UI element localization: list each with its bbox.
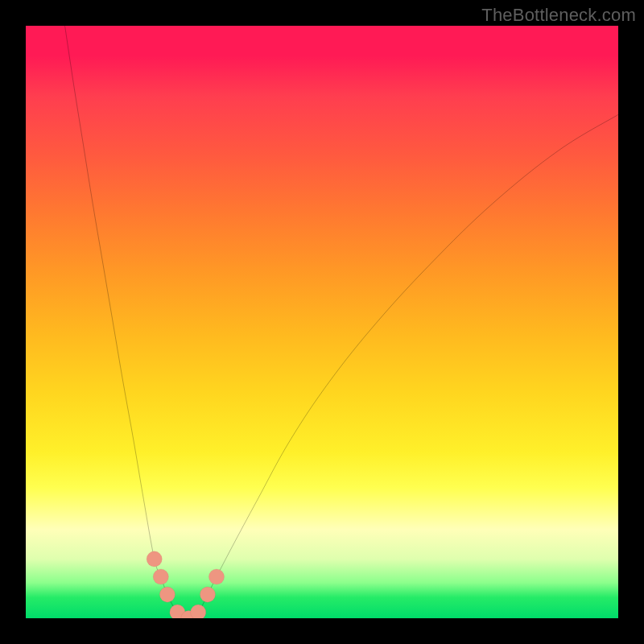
plot-area (26, 26, 618, 618)
marker-dot (153, 569, 168, 584)
curve-layer (26, 26, 618, 618)
marker-dot (208, 569, 224, 584)
right-curve (188, 114, 618, 618)
marker-dot (191, 605, 206, 618)
watermark-text: TheBottleneck.com (481, 5, 636, 26)
marker-dot (159, 587, 175, 602)
marker-dot (147, 551, 162, 567)
frame: TheBottleneck.com (0, 0, 644, 644)
left-curve (65, 26, 189, 618)
marker-dot (200, 587, 215, 602)
